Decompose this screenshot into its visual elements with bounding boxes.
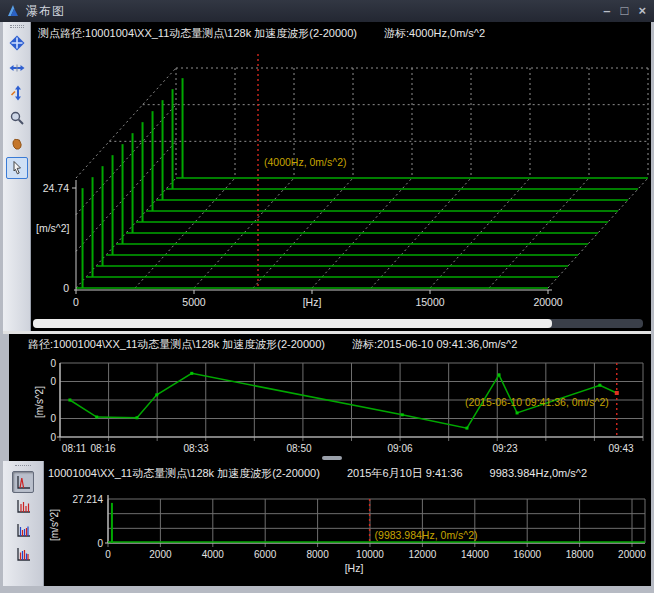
svg-text:0: 0 xyxy=(97,538,103,549)
spectrum-path-label: 10001004\XX_11动态量测点\128k 加速度波形(2-20000) xyxy=(48,467,320,479)
svg-text:09:43: 09:43 xyxy=(608,443,633,454)
svg-text:24.74: 24.74 xyxy=(43,182,69,194)
waterfall-window: 瀑布图 – □ × xyxy=(0,0,654,593)
svg-text:14000: 14000 xyxy=(461,549,489,560)
svg-text:09:23: 09:23 xyxy=(492,443,517,454)
svg-text:10000: 10000 xyxy=(356,549,384,560)
close-button[interactable]: × xyxy=(638,0,646,22)
waterfall-3d-chart[interactable]: 05000[Hz]150002000024.740[m/s^2](4000Hz,… xyxy=(31,40,651,318)
trend-panel: 路径:10001004\XX_11动态量测点\128k 加速度波形(2-2000… xyxy=(9,334,651,461)
navigate-diamond-icon[interactable] xyxy=(6,32,28,54)
bottom-toolbar xyxy=(3,461,44,586)
svg-text:(4000Hz, 0m/s^2): (4000Hz, 0m/s^2) xyxy=(264,156,347,168)
svg-text:6000: 6000 xyxy=(254,549,277,560)
dual-bars-spectrum-icon-2[interactable] xyxy=(12,543,34,565)
svg-text:(9983.984Hz, 0m/s^2): (9983.984Hz, 0m/s^2) xyxy=(375,529,478,541)
svg-text:20000: 20000 xyxy=(533,296,562,308)
svg-text:20000: 20000 xyxy=(618,549,646,560)
svg-text:0: 0 xyxy=(50,376,56,387)
svg-text:08:33: 08:33 xyxy=(183,443,208,454)
trend-cursor-readout: 游标:2015-06-10 09:41:36,0m/s^2 xyxy=(352,338,517,350)
svg-text:0: 0 xyxy=(63,282,69,294)
svg-text:8000: 8000 xyxy=(306,549,329,560)
dual-bars-spectrum-icon-1[interactable] xyxy=(12,519,34,541)
bottom-toolbar-grip[interactable] xyxy=(15,465,31,467)
svg-text:[m/s^2]: [m/s^2] xyxy=(34,386,45,418)
svg-text:4000: 4000 xyxy=(202,549,225,560)
svg-text:0: 0 xyxy=(50,358,56,369)
svg-text:09:06: 09:06 xyxy=(387,443,412,454)
svg-text:08:50: 08:50 xyxy=(286,443,311,454)
spectrum-header: 10001004\XX_11动态量测点\128k 加速度波形(2-20000) … xyxy=(48,466,611,481)
titlebar[interactable]: 瀑布图 – □ × xyxy=(0,0,654,22)
window-controls: – □ × xyxy=(603,0,646,22)
spectrum-panel: 10001004\XX_11动态量测点\128k 加速度波形(2-20000) … xyxy=(44,461,651,586)
svg-text:[Hz]: [Hz] xyxy=(303,296,322,308)
minimize-button[interactable]: – xyxy=(603,0,610,22)
trend-path-label: 路径:10001004\XX_11动态量测点\128k 加速度波形(2-2000… xyxy=(28,338,325,350)
spectrum-chart[interactable]: 27.2140[m/s^2]02000400060008000100001200… xyxy=(44,483,651,586)
window-title: 瀑布图 xyxy=(26,3,65,20)
trend-header: 路径:10001004\XX_11动态量测点\128k 加速度波形(2-2000… xyxy=(28,337,541,352)
waterfall-cursor-readout: 游标:4000Hz,0m/s^2 xyxy=(384,27,485,39)
red-bars-spectrum-icon[interactable] xyxy=(12,495,34,517)
single-spectrum-icon[interactable] xyxy=(12,471,34,493)
svg-text:27.214: 27.214 xyxy=(72,494,103,505)
svg-text:[m/s^2]: [m/s^2] xyxy=(49,509,60,541)
spectrum-date-label: 2015年6月10日 9:41:36 xyxy=(347,467,463,479)
splitter-grip[interactable] xyxy=(322,456,342,460)
svg-text:0: 0 xyxy=(50,432,56,443)
toolbar-grip[interactable] xyxy=(10,25,24,28)
zoom-icon[interactable] xyxy=(6,107,28,129)
svg-text:(2015-06-10 09:41:36, 0m/s^2): (2015-06-10 09:41:36, 0m/s^2) xyxy=(465,396,609,408)
svg-text:08:11: 08:11 xyxy=(62,443,87,454)
app-logo-icon xyxy=(6,4,20,18)
svg-text:16000: 16000 xyxy=(513,549,541,560)
waterfall-scrollbar[interactable] xyxy=(33,319,643,328)
waterfall-header: 测点路径:10001004\XX_11动态量测点\128k 加速度波形(2-20… xyxy=(38,26,509,41)
pan-hand-icon[interactable] xyxy=(6,132,28,154)
waterfall-scrollbar-thumb[interactable] xyxy=(33,319,552,328)
waterfall-path-label: 测点路径:10001004\XX_11动态量测点\128k 加速度波形(2-20… xyxy=(38,27,357,39)
svg-text:[m/s^2]: [m/s^2] xyxy=(36,222,70,234)
svg-text:12000: 12000 xyxy=(408,549,436,560)
spectrum-cursor-readout: 9983.984Hz,0m/s^2 xyxy=(490,467,588,479)
maximize-button[interactable]: □ xyxy=(621,0,629,22)
svg-text:0: 0 xyxy=(73,296,79,308)
expand-horizontal-icon[interactable] xyxy=(6,57,28,79)
svg-text:08:16: 08:16 xyxy=(90,443,115,454)
svg-text:[Hz]: [Hz] xyxy=(345,562,364,574)
left-toolbar xyxy=(3,22,31,331)
waterfall-panel: 测点路径:10001004\XX_11动态量测点\128k 加速度波形(2-20… xyxy=(31,22,651,331)
trend-chart[interactable]: 0000[m/s^2]08:1108:1608:3308:5009:0609:2… xyxy=(9,352,651,458)
expand-vertical-icon[interactable] xyxy=(6,82,28,104)
svg-text:0: 0 xyxy=(50,413,56,424)
svg-text:15000: 15000 xyxy=(415,296,444,308)
svg-text:18000: 18000 xyxy=(566,549,594,560)
svg-text:0: 0 xyxy=(105,549,111,560)
select-cursor-icon[interactable] xyxy=(6,157,28,179)
svg-text:2000: 2000 xyxy=(149,549,172,560)
svg-text:5000: 5000 xyxy=(182,296,206,308)
